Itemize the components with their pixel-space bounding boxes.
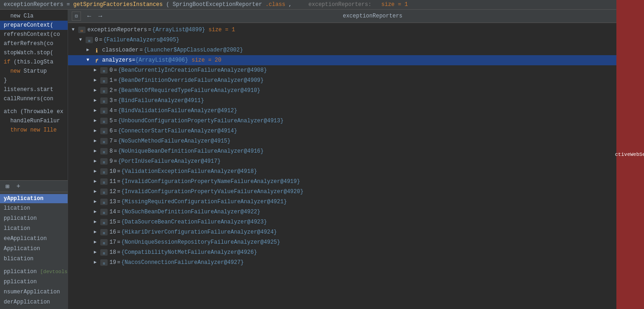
debugger-title-text: exceptionReporters xyxy=(105,13,640,19)
right-accent-label: ctiveWebSe xyxy=(615,152,644,157)
variables-tree[interactable]: ▼ ∞ exceptionReporters = {ArrayList@4899… xyxy=(68,23,644,309)
tree-row-item-3[interactable]: ▶ ≡ 3 = {BindFailureAnalyzer@4911} xyxy=(68,96,644,106)
code-line: stopWatch.stop( xyxy=(0,48,68,57)
tree-row-item-10[interactable]: ▶ ≡ 10 = {ValidationExceptionFailureAnal… xyxy=(68,166,644,177)
object-icon: ≡ xyxy=(100,118,108,124)
tree-row-item-17[interactable]: ▶ ≡ 17 = {NonUniqueSessionRepositoryFail… xyxy=(68,237,644,247)
tree-arrow[interactable]: ▶ xyxy=(94,167,100,176)
object-icon: ≡ xyxy=(100,87,108,94)
tree-row-item-18[interactable]: ▶ ≡ 18 = {CompatibilityNotMetFailureAnal… xyxy=(68,247,644,258)
tree-row-item-2[interactable]: ▶ ≡ 2 = {BeanNotOfRequiredTypeFailureAna… xyxy=(68,86,644,96)
code-line-handle: handleRunFailur xyxy=(0,116,68,126)
tree-row-classLoader[interactable]: ▶ ℹ classLoader = {Launcher$AppClassLoad… xyxy=(68,45,644,55)
object-icon: ≡ xyxy=(100,77,108,84)
object-icon: ≡ xyxy=(100,168,108,175)
tree-arrow[interactable]: ▼ xyxy=(72,26,78,34)
icon-db: ⊡ xyxy=(72,11,81,21)
object-icon: ≡ xyxy=(100,249,108,256)
tree-arrow[interactable]: ▶ xyxy=(94,147,100,155)
application-panel: yApplication lication pplication licatio… xyxy=(0,192,68,309)
top-bar: exceptionReporters = getSpringFactoriesI… xyxy=(0,0,644,10)
tree-row-item-9[interactable]: ▶ ≡ 9 = {PortInUseFailureAnalyzer@4917} xyxy=(68,156,644,166)
tree-arrow[interactable]: ▶ xyxy=(94,198,100,206)
tree-row-0[interactable]: ▼ ≡ 0 = {FailureAnalyzers@4905} xyxy=(68,35,644,45)
object-icon: ≡ xyxy=(100,178,108,185)
code-line-throw: throw new Ille xyxy=(0,126,68,135)
tree-arrow[interactable]: ▼ xyxy=(86,56,93,64)
nav-back-button[interactable]: ← xyxy=(85,11,94,21)
object-icon: ≡ xyxy=(100,229,108,235)
tree-arrow[interactable]: ▶ xyxy=(94,97,100,105)
code-line: prepareContext( xyxy=(0,21,68,30)
right-debugger-panel: ⊡ ← → exceptionReporters ctiveWebSe ▼ ∞ … xyxy=(68,10,644,309)
array-icon: ∞ xyxy=(78,27,86,33)
tree-row-item-15[interactable]: ▶ ≡ 15 = {DataSourceBeanCreationFailureA… xyxy=(68,217,644,227)
tree-row-item-1[interactable]: ▶ ≡ 1 = {BeanDefinitionOverrideFailureAn… xyxy=(68,75,644,86)
tree-row-item-14[interactable]: ▶ ≡ 14 = {NoSuchBeanDefinitionFailureAna… xyxy=(68,207,644,217)
tree-row-item-4[interactable]: ▶ ≡ 4 = {BindValidationFailureAnalyzer@4… xyxy=(68,106,644,116)
tree-arrow[interactable]: ▶ xyxy=(94,218,100,226)
tree-arrow[interactable]: ▶ xyxy=(94,238,100,246)
code-line: callRunners(con xyxy=(0,94,68,103)
app-list-item[interactable]: Application xyxy=(0,244,68,254)
app-list-item[interactable]: derApplication xyxy=(0,297,68,307)
object-icon: ≡ xyxy=(100,97,108,104)
debug-bottom: ⊞ + xyxy=(0,180,68,192)
object-icon: ≡ xyxy=(100,67,108,74)
debugger-title-bar: ⊡ ← → exceptionReporters ctiveWebSe xyxy=(68,10,644,23)
tree-arrow[interactable]: ▶ xyxy=(94,76,100,85)
tree-row-item-8[interactable]: ▶ ≡ 8 = {NoUniqueBeanDefinitionFailureAn… xyxy=(68,146,644,156)
app-list-item[interactable]: blication xyxy=(0,254,68,264)
object-icon: ≡ xyxy=(100,219,108,225)
debug-icon-2[interactable]: + xyxy=(15,183,22,190)
left-code-panel: new Cla prepareContext( refreshContext(c… xyxy=(0,10,68,309)
code-line: afterRefresh(co xyxy=(0,39,68,48)
app-list-item[interactable]: pplication xyxy=(0,213,68,223)
tree-row-item-11[interactable]: ▶ ≡ 11 = {InvalidConfigurationPropertyNa… xyxy=(68,177,644,187)
code-line: refreshContext(co xyxy=(0,30,68,39)
tree-row-item-5[interactable]: ▶ ≡ 5 = {UnboundConfigurationPropertyFai… xyxy=(68,116,644,126)
tree-arrow[interactable]: ▶ xyxy=(94,86,100,95)
tree-arrow[interactable]: ▶ xyxy=(94,127,100,135)
app-panel-header: yApplication xyxy=(0,194,68,203)
app-list-item[interactable]: lication xyxy=(0,223,68,234)
app-list-item-devtools[interactable]: pplication [devtools] xyxy=(0,267,68,277)
tree-arrow[interactable]: ▶ xyxy=(94,107,100,115)
tree-arrow[interactable]: ▶ xyxy=(94,137,100,145)
tree-row-item-13[interactable]: ▶ ≡ 13 = {MissingRequiredConfigurationFa… xyxy=(68,197,644,207)
object-icon: ≡ xyxy=(100,239,108,246)
code-line: new Cla xyxy=(0,11,68,21)
tree-arrow[interactable]: ▶ xyxy=(94,157,100,166)
app-list-item[interactable]: nsumerApplication xyxy=(0,287,68,297)
tree-arrow[interactable]: ▶ xyxy=(94,248,100,257)
app-list-item[interactable]: lication xyxy=(0,203,68,213)
object-icon: ≡ xyxy=(86,37,93,43)
tree-arrow[interactable]: ▶ xyxy=(94,177,100,186)
app-list-item[interactable]: pplication xyxy=(0,277,68,287)
tree-row-exceptionReporters[interactable]: ▼ ∞ exceptionReporters = {ArrayList@4899… xyxy=(68,25,644,35)
tree-row-item-6[interactable]: ▶ ≡ 6 = {ConnectorStartFailureAnalyzer@4… xyxy=(68,126,644,136)
tree-row-item-0[interactable]: ▶ ≡ 0 = {BeanCurrentlyInCreationFailureA… xyxy=(68,65,644,75)
code-line: } xyxy=(0,76,68,85)
object-icon: ≡ xyxy=(100,199,108,205)
tree-row-item-12[interactable]: ▶ ≡ 12 = {InvalidConfigurationPropertyVa… xyxy=(68,187,644,197)
tree-row-analyzers[interactable]: ▼ f analyzers = {ArrayList@4906} size = … xyxy=(68,55,644,65)
tree-row-item-16[interactable]: ▶ ≡ 16 = {HikariDriverConfigurationFailu… xyxy=(68,227,644,237)
tree-row-item-7[interactable]: ▶ ≡ 7 = {NoSuchMethodFailureAnalyzer@491… xyxy=(68,136,644,146)
app-list-item[interactable]: eeApplication xyxy=(0,234,68,244)
nav-buttons: ← → xyxy=(85,11,105,21)
tree-arrow[interactable]: ▶ xyxy=(94,208,100,216)
tree-arrow[interactable]: ▼ xyxy=(79,36,86,44)
tree-row-item-19[interactable]: ▶ ≡ 19 = {NacosConnectionFailureAnalyzer… xyxy=(68,258,644,268)
tree-arrow[interactable]: ▶ xyxy=(94,228,100,236)
tree-arrow[interactable]: ▶ xyxy=(94,66,100,74)
debug-icon-1[interactable]: ⊞ xyxy=(4,183,11,190)
code-line: new Startup xyxy=(0,67,68,76)
tree-arrow[interactable]: ▶ xyxy=(94,117,100,125)
object-icon: ≡ xyxy=(100,259,108,266)
tree-arrow[interactable]: ▶ xyxy=(94,258,100,267)
tree-arrow[interactable]: ▶ xyxy=(86,46,93,54)
top-bar-code: exceptionReporters = getSpringFactoriesI… xyxy=(4,1,408,8)
nav-forward-button[interactable]: → xyxy=(96,11,105,21)
tree-arrow[interactable]: ▶ xyxy=(94,188,100,196)
